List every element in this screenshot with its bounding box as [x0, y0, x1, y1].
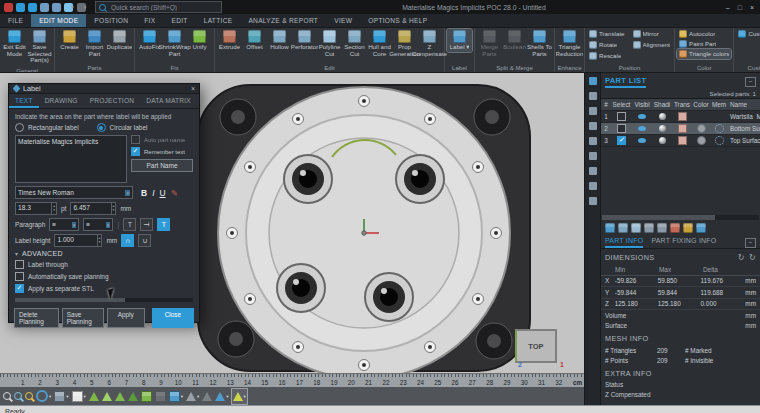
machine-icon[interactable] — [589, 182, 597, 190]
shell-tools-icon[interactable] — [657, 223, 667, 233]
font-style-pen-icon[interactable]: ✎ — [171, 188, 178, 198]
ribbon-button-boolean[interactable]: Boolean — [502, 29, 527, 52]
align-horizontal-select[interactable]: ≡▾ — [49, 218, 79, 231]
align-vertical-select[interactable]: ≡▾ — [83, 218, 113, 231]
advanced-section-header[interactable]: ADVANCED — [22, 250, 63, 257]
transparency-icon[interactable] — [678, 112, 687, 121]
column-header-shadi[interactable]: Shadi — [652, 101, 672, 108]
engrave-icon[interactable]: ∪ — [138, 234, 151, 247]
column-header-visibl[interactable]: Visibl — [632, 101, 652, 108]
tab-part-fixing-info[interactable]: PART FIXING INFO — [651, 237, 716, 248]
select-checkbox[interactable] — [617, 112, 626, 121]
ribbon-button-paint-part[interactable]: Paint Part — [677, 39, 718, 49]
delete-planning-button[interactable]: Delete Planning — [14, 308, 59, 328]
ribbon-button-exit-edit-mode[interactable]: Exit Edit Mode — [2, 29, 27, 58]
memory-icon[interactable] — [715, 124, 724, 133]
duplicate-part-icon[interactable] — [631, 223, 641, 233]
menu-tab-edit[interactable]: EDIT — [163, 14, 195, 27]
text-vertical-icon[interactable]: T — [140, 218, 153, 231]
ribbon-button-shrinkwrap-part[interactable]: ShrinkWrap Part — [162, 29, 187, 58]
search-input[interactable] — [109, 3, 218, 12]
column-header-name[interactable]: Name — [728, 101, 760, 108]
ribbon-button-customize-ui[interactable]: Customize UI — [736, 29, 760, 39]
ribbon-button-create[interactable]: Create — [57, 29, 82, 52]
view-rotate-icon[interactable]: ▾ — [35, 389, 52, 404]
mark-add-icon[interactable]: ▾ — [168, 389, 184, 404]
stepper-arrows-icon[interactable]: ▴▾ — [97, 235, 102, 246]
merge-shells-icon[interactable] — [644, 223, 654, 233]
zoom-in-icon[interactable] — [13, 389, 23, 404]
part-list-scrollbar[interactable] — [602, 215, 759, 220]
color-icon[interactable] — [697, 124, 706, 133]
dialog-tab-text[interactable]: TEXT — [9, 94, 39, 108]
font-size-pt-stepper[interactable]: 18.3 ▴▾ — [15, 202, 57, 215]
ribbon-button-translate[interactable]: Translate — [587, 29, 627, 39]
ribbon-button-offset[interactable]: Offset — [242, 29, 267, 52]
visible-eye-icon[interactable] — [638, 114, 646, 119]
ribbon-button-extrude[interactable]: Extrude — [217, 29, 242, 52]
mark-surface-icon[interactable] — [127, 389, 139, 404]
label-height-stepper[interactable]: 1.000 ▴▾ — [54, 234, 102, 247]
mark-plane-icon[interactable] — [114, 389, 126, 404]
apply-button[interactable]: Apply — [107, 308, 145, 328]
lock-icon[interactable] — [16, 3, 25, 12]
emboss-icon[interactable]: ∩ — [121, 234, 134, 247]
default-views-icon[interactable]: ▾ — [53, 389, 69, 404]
support-icon[interactable] — [589, 167, 597, 175]
mark-shell-icon[interactable] — [140, 389, 153, 404]
menu-tab-options-help[interactable]: OPTIONS & HELP — [360, 14, 435, 27]
cut-icon[interactable] — [589, 137, 597, 145]
text-horizontal-icon[interactable]: T — [123, 218, 136, 231]
column-header-color[interactable]: Color — [692, 101, 710, 108]
transparency-icon[interactable] — [678, 136, 687, 145]
active-mark-tool-icon[interactable]: ▾ — [231, 388, 248, 405]
font-size-mm-stepper[interactable]: 6.457 ▴▾ — [70, 202, 116, 215]
unselect-icon[interactable] — [670, 223, 680, 233]
column-header-mem[interactable]: Mem — [710, 101, 728, 108]
ribbon-button-z-compensate[interactable]: Z Compensate — [417, 29, 442, 58]
import-icon[interactable] — [28, 3, 37, 12]
ribbon-button-duplicate[interactable]: Duplicate — [107, 29, 132, 52]
text-curved-icon[interactable]: T — [157, 218, 170, 231]
italic-button[interactable]: I — [152, 188, 154, 198]
ribbon-button-merge-parts[interactable]: Merge Parts — [477, 29, 502, 58]
ribbon-button-polyline-cut[interactable]: Polyline Cut — [317, 29, 342, 58]
tools-wrench-icon[interactable] — [589, 77, 597, 85]
mark-invert-icon[interactable]: ▾ — [185, 389, 200, 404]
ribbon-button-section-cut[interactable]: Section Cut — [342, 29, 367, 58]
zoom-window-icon[interactable] — [24, 389, 34, 404]
menu-tab-analyze-report[interactable]: ANALYZE & REPORT — [240, 14, 326, 27]
dialog-horizontal-scrollbar[interactable] — [15, 298, 193, 302]
select-triangle-icon[interactable]: ▾ — [214, 389, 229, 404]
remember-text-checkbox[interactable] — [131, 147, 140, 156]
close-dialog-button[interactable]: Close — [152, 308, 194, 328]
menu-tab-position[interactable]: POSITION — [86, 14, 136, 27]
viewport[interactable]: TOP 2 1 Label × TEXTDRAWINGPROJECTIONDAT… — [0, 73, 584, 373]
refresh-all-icon[interactable]: ↻ — [749, 253, 756, 262]
underline-button[interactable]: U — [160, 188, 166, 198]
label-text-input[interactable]: Materialise Magics Implicits — [15, 135, 127, 183]
auto-part-name-checkbox[interactable] — [131, 135, 140, 144]
close-button[interactable]: × — [750, 4, 754, 11]
visible-eye-icon[interactable] — [638, 126, 646, 131]
save-all-icon[interactable] — [52, 3, 61, 12]
auto-save-planning-checkbox[interactable] — [15, 272, 24, 281]
maximize-button[interactable]: □ — [738, 4, 742, 11]
level-icon[interactable] — [589, 197, 597, 205]
export-part-icon[interactable] — [683, 223, 693, 233]
collapse-part-info-button[interactable]: − — [745, 238, 756, 248]
undo-icon[interactable]: ▾ — [64, 3, 74, 12]
shading-icon[interactable] — [659, 137, 666, 144]
label-dialog-titlebar[interactable]: Label × — [9, 84, 199, 94]
ribbon-button-shells-to-parts[interactable]: Shells To Parts — [527, 29, 552, 58]
measure-icon[interactable] — [589, 107, 597, 115]
ribbon-button-triangle-reduction[interactable]: Triangle Reduction — [557, 29, 582, 58]
ribbon-button-rotate[interactable]: Rotate — [587, 40, 627, 50]
zoom-icon[interactable] — [2, 389, 12, 404]
view-pages-icon[interactable] — [589, 152, 597, 160]
mark-window-icon[interactable] — [101, 389, 113, 404]
menu-tab-edit-mode[interactable]: EDIT MODE — [31, 14, 86, 27]
bold-button[interactable]: B — [141, 188, 147, 198]
fix-wizard-icon[interactable] — [589, 92, 597, 100]
column-header-trans[interactable]: Trans — [672, 101, 692, 108]
